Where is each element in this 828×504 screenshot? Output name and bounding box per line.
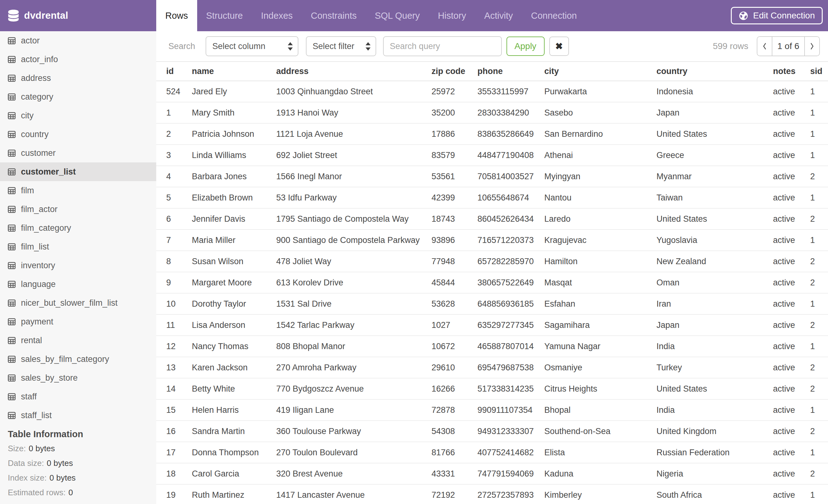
cell[interactable]: active [773,251,810,272]
cell[interactable]: active [773,421,810,442]
cell[interactable]: India [657,399,773,421]
tab-rows[interactable]: Rows [156,0,197,31]
cell[interactable]: Sagamihara [544,314,657,336]
cell[interactable]: 1 [810,123,828,145]
cell[interactable]: active [773,484,810,504]
cell[interactable]: active [773,187,810,208]
cell[interactable]: Dorothy Taylor [192,293,276,314]
sidebar-table-customer_list[interactable]: customer_list [0,163,156,181]
cell[interactable]: 35200 [431,102,478,123]
sidebar-table-language[interactable]: language [0,275,156,293]
cell[interactable]: Greece [657,145,773,166]
next-page-button[interactable] [804,37,819,56]
cell[interactable]: 16266 [431,378,478,399]
sidebar-table-film[interactable]: film [0,181,156,200]
sidebar-table-film_actor[interactable]: film_actor [0,200,156,219]
select-column-dropdown[interactable]: Select column [206,36,298,56]
cell[interactable]: 11 [156,314,192,336]
cell[interactable]: 83579 [431,145,478,166]
cell[interactable]: Laredo [544,208,657,230]
tab-sql-query[interactable]: SQL Query [366,0,429,31]
cell[interactable]: 1 [810,336,828,357]
cell[interactable]: Patricia Johnson [192,123,276,145]
column-header-country[interactable]: country [657,62,773,81]
cell[interactable]: 272572357893 [478,484,544,504]
sidebar-table-film_list[interactable]: film_list [0,237,156,256]
cell[interactable]: United States [657,123,773,145]
cell[interactable]: Kragujevac [544,230,657,251]
cell[interactable]: 2 [810,166,828,187]
cell[interactable]: Russian Federation [657,442,773,463]
cell[interactable]: Southend-on-Sea [544,421,657,442]
cell[interactable]: 1 [810,442,828,463]
cell[interactable]: 17886 [431,123,478,145]
cell[interactable]: 2 [810,208,828,230]
sidebar-table-sales_by_store[interactable]: sales_by_store [0,368,156,387]
cell[interactable]: 18743 [431,208,478,230]
cell[interactable]: New Zealand [657,251,773,272]
cell[interactable]: 53561 [431,166,478,187]
cell[interactable]: 53 Idfu Parkway [276,187,431,208]
cell[interactable]: active [773,123,810,145]
cell[interactable]: 72878 [431,399,478,421]
cell[interactable]: 29610 [431,357,478,378]
cell[interactable]: Bhopal [544,399,657,421]
cell[interactable]: 716571220373 [478,230,544,251]
cell[interactable]: Masqat [544,272,657,293]
cell[interactable]: Indonesia [657,81,773,102]
cell[interactable]: Japan [657,314,773,336]
cell[interactable]: 18 [156,463,192,484]
cell[interactable]: 1566 Inegl Manor [276,166,431,187]
cell[interactable]: 407752414682 [478,442,544,463]
sidebar-table-staff[interactable]: staff [0,387,156,406]
cell[interactable]: 72192 [431,484,478,504]
tab-connection[interactable]: Connection [522,0,586,31]
tab-history[interactable]: History [429,0,475,31]
cell[interactable]: Japan [657,102,773,123]
cell[interactable]: Oman [657,272,773,293]
sidebar-table-address[interactable]: address [0,69,156,87]
cell[interactable]: 1531 Sal Drive [276,293,431,314]
cell[interactable]: 16 [156,421,192,442]
cell[interactable]: 1 [810,293,828,314]
column-header-address[interactable]: address [276,62,431,81]
cell[interactable]: 2 [810,357,828,378]
cell[interactable]: Maria Miller [192,230,276,251]
cell[interactable]: active [773,357,810,378]
sidebar-table-city[interactable]: city [0,106,156,125]
cell[interactable]: 320 Brest Avenue [276,463,431,484]
cell[interactable]: United Kingdom [657,421,773,442]
cell[interactable]: active [773,463,810,484]
cell[interactable]: Sasebo [544,102,657,123]
cell[interactable]: 517338314235 [478,378,544,399]
cell[interactable]: Myingyan [544,166,657,187]
cell[interactable]: Iran [657,293,773,314]
cell[interactable]: San Bernardino [544,123,657,145]
sidebar-table-inventory[interactable]: inventory [0,256,156,275]
clear-search-button[interactable]: ✖ [549,37,569,56]
cell[interactable]: Carol Garcia [192,463,276,484]
cell[interactable]: 7 [156,230,192,251]
cell[interactable]: Yugoslavia [657,230,773,251]
cell[interactable]: active [773,145,810,166]
cell[interactable]: Kaduna [544,463,657,484]
cell[interactable]: 2 [810,272,828,293]
cell[interactable]: Linda Williams [192,145,276,166]
sidebar-table-sales_by_film_category[interactable]: sales_by_film_category [0,350,156,368]
cell[interactable]: 1 [810,145,828,166]
cell[interactable]: active [773,166,810,187]
cell[interactable]: Lisa Anderson [192,314,276,336]
cell[interactable]: active [773,293,810,314]
tab-indexes[interactable]: Indexes [252,0,302,31]
cell[interactable]: 990911107354 [478,399,544,421]
cell[interactable]: 747791594069 [478,463,544,484]
cell[interactable]: 360 Toulouse Parkway [276,421,431,442]
cell[interactable]: 54308 [431,421,478,442]
sidebar-table-nicer_but_slower_film_list[interactable]: nicer_but_slower_film_list [0,293,156,312]
cell[interactable]: 838635286649 [478,123,544,145]
cell[interactable]: 478 Joliet Way [276,251,431,272]
cell[interactable]: Barbara Jones [192,166,276,187]
cell[interactable]: 8 [156,251,192,272]
cell[interactable]: 2 [810,463,828,484]
sidebar-table-customer[interactable]: customer [0,144,156,163]
